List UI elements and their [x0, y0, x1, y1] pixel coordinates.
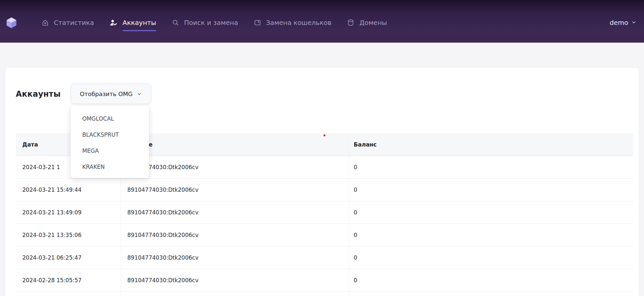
nav-item-label: Статистика	[54, 19, 94, 27]
cell-date: 2024-03-21 15:49:44	[16, 179, 121, 201]
column-header-data: Данные	[121, 133, 349, 156]
nav-item-label: Замена кошельков	[266, 19, 332, 27]
cell-balance: 0	[349, 247, 633, 269]
search-icon	[172, 19, 179, 26]
cell-data: 89104774030:Dtk2006cv	[121, 156, 349, 178]
nav-item-accounts[interactable]: Аккаунты	[110, 19, 156, 27]
nav-item-statistics[interactable]: Статистика	[42, 19, 94, 27]
nav-item-label: Поиск и замена	[184, 19, 238, 27]
app-logo[interactable]	[7, 17, 16, 28]
marketplace-filter-button[interactable]: Отобразить OMG	[71, 84, 151, 104]
cell-date: 2024-02-28 15:05:57	[16, 269, 121, 291]
user-menu[interactable]: demo	[610, 19, 636, 27]
red-dot	[323, 134, 325, 136]
heading-row: Аккаунты Отобразить OMG OMGLOCAL BLACKSP…	[16, 84, 628, 104]
cell-data: 89104774030:Dtk2006cv	[121, 269, 349, 291]
menu-item-mega[interactable]: MEGA	[71, 143, 149, 159]
nav-item-label: Аккаунты	[123, 19, 156, 27]
cell-balance: 0	[349, 179, 633, 201]
table-row: 2024-02-28 15:05:57 89104774030:Dtk2006c…	[16, 269, 633, 292]
table-row-partial	[16, 292, 633, 296]
marketplace-filter: Отобразить OMG OMGLOCAL BLACKSPRUT MEGA …	[71, 84, 151, 104]
home-icon	[42, 19, 49, 26]
nav-item-label: Домены	[359, 19, 387, 27]
user-check-icon	[110, 19, 118, 26]
menu-item-blacksprut[interactable]: BLACKSPRUT	[71, 127, 149, 143]
page-title: Аккаунты	[16, 89, 61, 99]
cell-data: 89104774030:Dtk2006cv	[121, 179, 349, 201]
main-nav: Статистика Аккаунты Поиск и замена	[42, 19, 387, 27]
chevron-down-icon	[137, 91, 142, 96]
cell-balance: 0	[349, 156, 633, 178]
table-row: 2024-03-21 13:35:06 89104774030:Dtk2006c…	[16, 224, 633, 247]
top-navbar: Статистика Аккаунты Поиск и замена	[0, 0, 644, 43]
marketplace-dropdown-menu: OMGLOCAL BLACKSPRUT MEGA KRAKEN	[71, 106, 149, 178]
cell-balance: 0	[349, 269, 633, 291]
cell-balance: 0	[349, 201, 633, 224]
cell-data: 89104774030:Dtk2006cv	[121, 201, 349, 224]
column-header-balance: Баланс	[349, 133, 633, 156]
marketplace-filter-label: Отобразить OMG	[80, 90, 133, 97]
chevron-down-icon	[631, 19, 636, 27]
cell-date: 2024-03-21 13:35:06	[16, 224, 121, 246]
table-row: 2024-03-21 06:25:47 89104774030:Dtk2006c…	[16, 247, 633, 269]
wallet-icon	[254, 19, 261, 26]
menu-item-omglocal[interactable]: OMGLOCAL	[71, 110, 149, 127]
nav-item-search-replace[interactable]: Поиск и замена	[172, 19, 238, 27]
cell-date: 2024-03-21 06:25:47	[16, 247, 121, 269]
nav-item-domains[interactable]: Домены	[347, 19, 387, 27]
cell-balance: 0	[349, 224, 633, 246]
content-card: Аккаунты Отобразить OMG OMGLOCAL BLACKSP…	[5, 68, 639, 296]
user-name: demo	[610, 19, 628, 27]
table-row: 2024-03-21 15:49:44 89104774030:Dtk2006c…	[16, 179, 633, 201]
nav-item-wallet-replace[interactable]: Замена кошельков	[254, 19, 332, 27]
table-row: 2024-03-21 13:49:09 89104774030:Dtk2006c…	[16, 201, 633, 224]
cell-date: 2024-03-21 13:49:09	[16, 201, 121, 224]
cell-data: 89104774030:Dtk2006cv	[121, 247, 349, 269]
menu-item-kraken[interactable]: KRAKEN	[71, 159, 149, 175]
database-icon	[347, 19, 354, 26]
cell-data: 89104774030:Dtk2006cv	[121, 224, 349, 246]
